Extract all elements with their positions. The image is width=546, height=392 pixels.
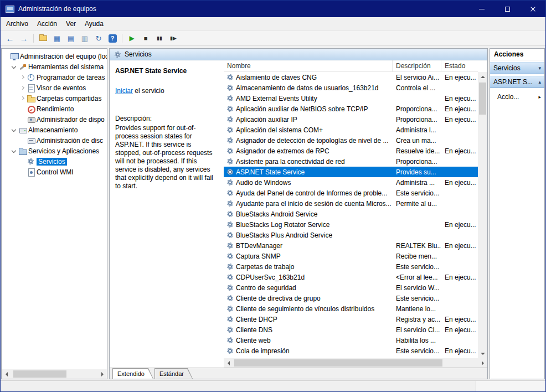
tab-estandar[interactable]: Estándar bbox=[154, 368, 193, 379]
toolbar-forward-button[interactable]: → bbox=[17, 32, 30, 45]
table-row[interactable]: Almacenamiento de datos de usuarios_163b… bbox=[224, 82, 478, 93]
scroll-up-button[interactable] bbox=[478, 72, 487, 81]
close-button[interactable] bbox=[520, 1, 545, 17]
menu-item[interactable]: Archivo bbox=[2, 18, 33, 29]
column-header-estado[interactable]: Estado bbox=[441, 60, 478, 71]
maximize-button[interactable] bbox=[495, 1, 520, 17]
minimize-button[interactable] bbox=[469, 1, 495, 17]
table-row[interactable]: BlueStacks Android Service bbox=[224, 209, 478, 219]
menu-item[interactable]: Ver bbox=[61, 18, 80, 29]
scroll-thumb[interactable] bbox=[234, 359, 442, 367]
service-description-cell: Habilita los ... bbox=[393, 337, 441, 344]
toolbar-pause-service-button[interactable]: ▮▮ bbox=[153, 32, 166, 45]
table-row[interactable]: Asignador de detección de topologías de … bbox=[224, 135, 478, 146]
expander-icon[interactable] bbox=[11, 127, 18, 133]
table-row[interactable]: BlueStacks Plus Android Service bbox=[224, 230, 478, 240]
table-row[interactable]: Cliente DHCPRegistra y ac...En ejecu... bbox=[224, 314, 478, 324]
scroll-left-button[interactable] bbox=[2, 369, 11, 379]
menu-item[interactable]: Ayuda bbox=[80, 18, 108, 29]
toolbar-refresh-button[interactable]: ↻ bbox=[92, 32, 105, 45]
scroll-right-button[interactable] bbox=[478, 358, 487, 368]
service-name-cell: Almacenamiento de datos de usuarios_163b… bbox=[224, 84, 393, 92]
tree-item[interactable]: Rendimiento bbox=[2, 104, 107, 114]
expander-icon[interactable] bbox=[19, 74, 26, 81]
toolbar-start-service-button[interactable]: ▶ bbox=[125, 32, 138, 45]
table-row[interactable]: BlueStacks Log Rotator ServiceEn ejecu..… bbox=[224, 219, 478, 230]
toolbar-back-button[interactable]: ← bbox=[3, 32, 17, 45]
start-service-link[interactable]: Iniciar bbox=[115, 87, 133, 95]
service-gear-icon bbox=[227, 285, 233, 291]
table-row[interactable]: Centro de seguridadEl servicio W... bbox=[224, 282, 478, 293]
table-row[interactable]: Cliente de seguimiento de vínculos distr… bbox=[224, 303, 478, 314]
table-row[interactable]: Cola de impresiónEste servicio...En ejec… bbox=[224, 345, 478, 356]
tab-label: Extendido bbox=[117, 370, 145, 377]
tree-item[interactable]: Administración del equipo (loc bbox=[2, 51, 107, 61]
action-group-row[interactable]: Servicios▾ bbox=[490, 62, 544, 74]
service-name: Cliente de directiva de grupo bbox=[236, 295, 321, 302]
service-description-cell: Permite al u... bbox=[393, 200, 441, 208]
toolbar-export-list-button[interactable]: ▥ bbox=[78, 32, 91, 45]
table-row[interactable]: Aplicación auxiliar IPProporciona...En e… bbox=[224, 114, 478, 125]
toolbar-restart-service-button[interactable]: ▮▶ bbox=[167, 32, 180, 45]
scroll-thumb[interactable] bbox=[13, 370, 66, 378]
table-row[interactable]: AMD External Events UtilityEn ejecu... bbox=[224, 93, 478, 104]
table-row[interactable]: Cliente de directiva de grupoEste servic… bbox=[224, 293, 478, 303]
column-header-descripcion[interactable]: Descripción bbox=[393, 60, 441, 71]
expander-icon[interactable] bbox=[19, 85, 26, 91]
tree-item[interactable]: Administración de disc bbox=[2, 135, 107, 146]
tree-item[interactable]: Control WMI bbox=[2, 167, 107, 177]
toolbar-help-button[interactable]: ? bbox=[106, 32, 119, 45]
tree-item[interactable]: Carpetas compartidas bbox=[2, 93, 107, 104]
expander-icon[interactable] bbox=[11, 64, 18, 70]
table-row[interactable]: Carpetas de trabajoEste servicio... bbox=[224, 261, 478, 272]
toolbar-properties-button[interactable]: ▤ bbox=[64, 32, 78, 45]
actions-pane: Acciones Servicios▾ASP.NET S...▴Accio...… bbox=[490, 48, 545, 379]
table-row[interactable]: Captura SNMPRecibe men... bbox=[224, 251, 478, 261]
expander-icon[interactable] bbox=[11, 148, 18, 154]
toolbar-up-level-button[interactable] bbox=[37, 32, 50, 45]
table-row[interactable]: Cliente DNSEl servicio Cl...En ejecu... bbox=[224, 324, 478, 335]
tree-item[interactable]: Almacenamiento bbox=[2, 125, 107, 135]
scroll-left-button[interactable] bbox=[224, 358, 233, 368]
tree-item[interactable]: Administrador de dispo bbox=[2, 114, 107, 125]
list-vscrollbar[interactable] bbox=[478, 72, 487, 358]
tree-item-label: Visor de eventos bbox=[37, 84, 86, 92]
table-row[interactable]: Asignador de extremos de RPCResuelve ide… bbox=[224, 146, 478, 156]
table-row[interactable]: BTDevManagerREALTEK Blu...En ejecu... bbox=[224, 240, 478, 251]
tree-item[interactable]: Visor de eventos bbox=[2, 82, 107, 93]
table-row[interactable]: Ayuda del Panel de control de Informes d… bbox=[224, 188, 478, 198]
service-name: Aplicación auxiliar de NetBIOS sobre TCP… bbox=[236, 105, 368, 113]
service-description-cell: Controla el ... bbox=[393, 84, 441, 92]
action-label: Accio... bbox=[497, 93, 519, 101]
table-row[interactable]: Asistente para la conectividad de redPro… bbox=[224, 156, 478, 167]
tree-item-label: Control WMI bbox=[37, 168, 74, 176]
tree-item[interactable]: Servicios y Aplicaciones bbox=[2, 146, 107, 156]
tree-item[interactable]: Herramientas del sistema bbox=[2, 61, 107, 72]
table-row[interactable]: ASP.NET State ServiceProvides su... bbox=[224, 167, 478, 177]
table-row[interactable]: CDPUserSvc_163b21d<Error al lee...En eje… bbox=[224, 272, 478, 282]
tab-extendido[interactable]: Extendido bbox=[112, 368, 153, 379]
tree-item[interactable]: Programador de tareas bbox=[2, 72, 107, 82]
table-row[interactable]: Audio de WindowsAdministra ...En ejecu..… bbox=[224, 177, 478, 188]
list-hscrollbar[interactable] bbox=[224, 358, 487, 368]
services-apps-icon bbox=[19, 147, 27, 155]
action-group-row[interactable]: ASP.NET S...▴ bbox=[490, 76, 544, 88]
toolbar-stop-service-button[interactable]: ■ bbox=[139, 32, 152, 45]
table-row[interactable]: Aplicación del sistema COM+Administra l.… bbox=[224, 125, 478, 135]
menu-item[interactable]: Acción bbox=[33, 18, 61, 29]
table-row[interactable]: Cliente webHabilita los ... bbox=[224, 335, 478, 345]
tree-hscrollbar[interactable] bbox=[2, 369, 107, 379]
toolbar-show-console-tree-button[interactable]: ▦ bbox=[50, 32, 64, 45]
expander-icon[interactable] bbox=[19, 95, 26, 102]
scroll-right-button[interactable] bbox=[97, 369, 107, 379]
scroll-down-button[interactable] bbox=[478, 349, 487, 358]
service-name: Carpetas de trabajo bbox=[236, 263, 294, 271]
tree-item[interactable]: Servicios bbox=[2, 156, 107, 167]
column-header-nombre[interactable]: Nombre bbox=[224, 60, 393, 71]
table-row[interactable]: Ayudante para el inicio de sesión de cue… bbox=[224, 198, 478, 209]
table-row[interactable]: Aislamiento de claves CNGEl servicio Ai.… bbox=[224, 72, 478, 82]
action-item-row[interactable]: Accio...▸ bbox=[490, 91, 544, 103]
storage-icon bbox=[19, 126, 27, 134]
table-row[interactable]: Aplicación auxiliar de NetBIOS sobre TCP… bbox=[224, 104, 478, 114]
scroll-thumb[interactable] bbox=[479, 82, 486, 115]
